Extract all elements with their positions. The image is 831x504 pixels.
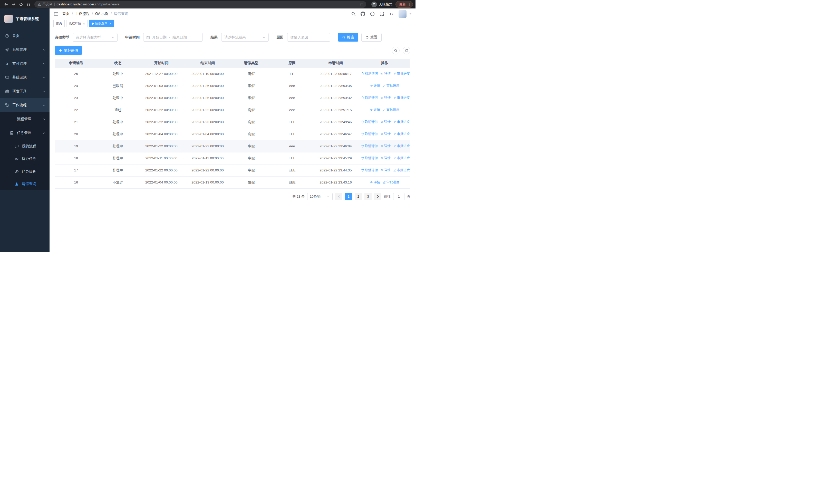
result-select[interactable]: 请选择流结果 bbox=[221, 33, 269, 41]
cancel-leave-link[interactable]: 取消请假 bbox=[361, 71, 378, 76]
search-button[interactable]: 搜索 bbox=[338, 33, 358, 41]
goto-suffix: 页 bbox=[407, 194, 410, 199]
detail-link[interactable]: 详情 bbox=[380, 71, 391, 76]
approval-progress-link[interactable]: 审批进度 bbox=[383, 84, 399, 88]
cancel-leave-link[interactable]: 取消请假 bbox=[361, 132, 378, 136]
create-leave-button[interactable]: 发起请假 bbox=[55, 46, 82, 55]
cell-apply-time: 2022-01-22 23:49:46 bbox=[313, 116, 359, 128]
table-row[interactable]: 17处理中2022-01-22 00:00:002022-01-22 00:00… bbox=[55, 164, 410, 176]
leave-type-select[interactable]: 请选择请假类型 bbox=[73, 33, 118, 41]
tab-home[interactable]: 首页 bbox=[53, 20, 65, 27]
detail-link[interactable]: 详情 bbox=[370, 180, 380, 184]
user-avatar[interactable] bbox=[399, 10, 406, 18]
table-row[interactable]: 22通过2022-01-22 00:00:002022-01-22 00:00:… bbox=[55, 104, 410, 116]
tab-leave-query[interactable]: 请假查询× bbox=[89, 20, 114, 27]
approval-progress-link[interactable]: 审批进度 bbox=[393, 120, 410, 124]
table-row[interactable]: 20处理中2022-01-04 00:00:002022-01-04 00:00… bbox=[55, 128, 410, 140]
table-row[interactable]: 19处理中2022-01-22 00:00:002022-01-22 00:00… bbox=[55, 140, 410, 152]
fullscreen-icon[interactable] bbox=[379, 11, 384, 16]
column-header: 请假类型 bbox=[231, 59, 271, 68]
table-row[interactable]: 24已取消2022-01-03 00:00:002022-01-26 00:00… bbox=[55, 80, 410, 92]
github-icon[interactable] bbox=[361, 11, 365, 16]
breadcrumb-item[interactable]: 首页 bbox=[62, 11, 69, 16]
approval-progress-link[interactable]: 审批进度 bbox=[393, 132, 410, 136]
breadcrumb-item[interactable]: 工作流程 bbox=[75, 11, 90, 16]
next-page-button[interactable] bbox=[374, 193, 381, 200]
detail-link[interactable]: 详情 bbox=[370, 84, 380, 88]
sidebar-item[interactable]: 已办任务 bbox=[0, 165, 50, 178]
sidebar-item[interactable]: 任务管理 bbox=[0, 126, 50, 140]
sidebar-item[interactable]: 待办任务 bbox=[0, 152, 50, 165]
apply-time-range-picker[interactable]: 开始日期 - 结束日期 bbox=[143, 33, 203, 41]
table-row[interactable]: 25处理中2021-12-27 00:00:002022-01-19 00:00… bbox=[55, 68, 410, 80]
sidebar-item-label: 流程管理 bbox=[17, 117, 40, 121]
sidebar-item[interactable]: 流程管理 bbox=[0, 112, 50, 126]
prev-page-button[interactable] bbox=[335, 193, 342, 200]
page-button-2[interactable]: 2 bbox=[355, 193, 362, 200]
browser-menu-icon[interactable] bbox=[407, 3, 411, 6]
active-tab-dot bbox=[92, 23, 94, 25]
browser-update-button[interactable]: 更新 bbox=[396, 1, 413, 8]
approval-progress-link[interactable]: 审批进度 bbox=[393, 144, 410, 148]
sidebar-item[interactable]: 工作流程 bbox=[0, 98, 50, 112]
detail-link[interactable]: 详情 bbox=[380, 168, 391, 173]
table-row[interactable]: 16不通过2022-01-04 00:00:002022-01-13 00:00… bbox=[55, 176, 410, 188]
approval-progress-link[interactable]: 审批进度 bbox=[393, 96, 410, 100]
cancel-leave-link[interactable]: 取消请假 bbox=[361, 120, 378, 124]
help-icon[interactable]: ? bbox=[370, 11, 375, 16]
page-button-1[interactable]: 1 bbox=[345, 193, 352, 200]
goto-page-input[interactable] bbox=[393, 193, 404, 200]
table-row[interactable]: 18处理中2022-01-11 00:00:002022-01-11 00:00… bbox=[55, 152, 410, 164]
app-logo[interactable]: 芋道管理系统 bbox=[0, 8, 50, 29]
reason-input[interactable] bbox=[287, 33, 330, 41]
sidebar-item[interactable]: 首页 bbox=[0, 29, 50, 43]
table-row[interactable]: 23处理中2022-01-03 00:00:002022-01-26 00:00… bbox=[55, 92, 410, 104]
cell-apply-time: 2022-01-22 23:53:32 bbox=[313, 92, 359, 104]
refresh-table-icon[interactable] bbox=[403, 47, 410, 54]
menu-fold-icon[interactable] bbox=[53, 11, 58, 17]
cell-leave-type: 事假 bbox=[231, 92, 271, 104]
sidebar-item[interactable]: 我的流程 bbox=[0, 140, 50, 152]
search-icon[interactable] bbox=[351, 11, 356, 16]
table-row[interactable]: 21处理中2022-01-22 00:00:002022-01-23 00:00… bbox=[55, 116, 410, 128]
sidebar-item[interactable]: 研发工具 bbox=[0, 84, 50, 98]
toggle-search-icon[interactable] bbox=[392, 47, 400, 54]
browser-home-button[interactable] bbox=[25, 1, 32, 8]
browser-forward-button[interactable] bbox=[10, 1, 17, 8]
security-indicator[interactable]: 不安全 bbox=[37, 2, 52, 6]
browser-back-button[interactable] bbox=[3, 1, 9, 8]
approval-progress-link[interactable]: 审批进度 bbox=[393, 156, 410, 160]
caret-down-icon[interactable] bbox=[409, 13, 412, 15]
cancel-leave-link[interactable]: 取消请假 bbox=[361, 156, 378, 160]
cancel-leave-link[interactable]: 取消请假 bbox=[361, 96, 378, 100]
tab-process-detail[interactable]: 流程详情× bbox=[66, 20, 87, 27]
font-size-icon[interactable]: TT bbox=[389, 11, 394, 16]
detail-link[interactable]: 详情 bbox=[370, 108, 380, 112]
cancel-leave-link[interactable]: 取消请假 bbox=[361, 168, 378, 173]
approval-progress-link[interactable]: 审批进度 bbox=[393, 168, 410, 173]
bookmark-star-icon[interactable] bbox=[360, 3, 363, 6]
detail-link[interactable]: 详情 bbox=[380, 120, 391, 124]
approval-progress-link[interactable]: 审批进度 bbox=[383, 108, 399, 112]
sidebar-item[interactable]: 请假查询 bbox=[0, 178, 50, 190]
approval-progress-link[interactable]: 审批进度 bbox=[393, 71, 410, 76]
reset-button[interactable]: 重置 bbox=[361, 33, 382, 41]
approval-progress-link[interactable]: 审批进度 bbox=[383, 180, 399, 184]
page-size-select[interactable]: 10条/页 bbox=[307, 193, 333, 200]
sidebar-item[interactable]: 基础设施 bbox=[0, 70, 50, 84]
page-button-3[interactable]: 3 bbox=[365, 193, 372, 200]
breadcrumb-item[interactable]: OA 示例 bbox=[95, 11, 108, 16]
edit-icon bbox=[393, 145, 396, 148]
detail-link[interactable]: 详情 bbox=[380, 156, 391, 160]
detail-link[interactable]: 详情 bbox=[380, 144, 391, 148]
cancel-leave-link[interactable]: 取消请假 bbox=[361, 144, 378, 148]
browser-reload-button[interactable] bbox=[18, 1, 24, 8]
detail-link[interactable]: 详情 bbox=[380, 132, 391, 136]
close-icon[interactable]: × bbox=[83, 22, 85, 25]
sidebar-item[interactable]: 系统管理 bbox=[0, 43, 50, 57]
sidebar-item[interactable]: ¥ 支付管理 bbox=[0, 57, 50, 70]
close-icon[interactable]: × bbox=[109, 22, 111, 25]
arrow-left-icon bbox=[4, 2, 8, 6]
address-bar[interactable]: 不安全 dashboard.yudao.iocoder.cn/bpm/oa/le… bbox=[34, 1, 366, 8]
detail-link[interactable]: 详情 bbox=[380, 96, 391, 100]
